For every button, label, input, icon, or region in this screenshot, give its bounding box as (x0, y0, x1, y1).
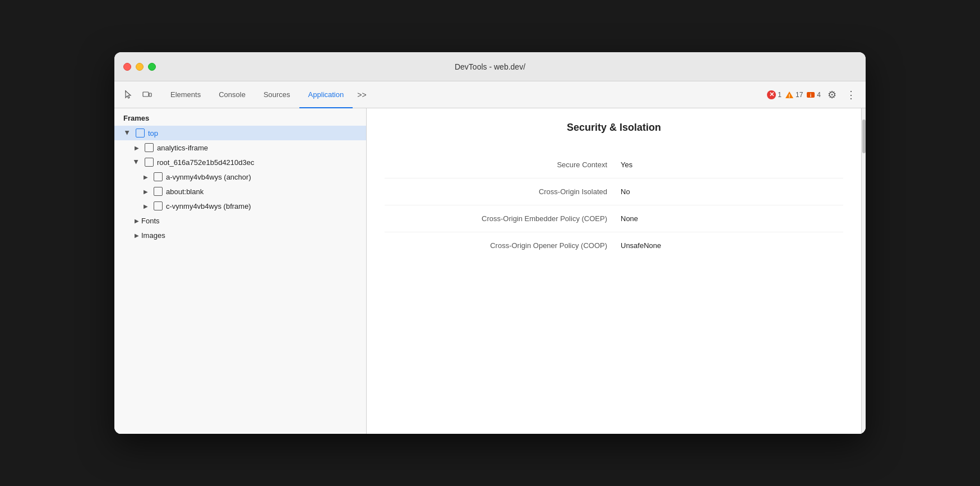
sidebar-item-label: Fonts (141, 217, 362, 225)
svg-rect-0 (125, 90, 126, 91)
minimize-button[interactable] (136, 63, 144, 71)
detail-value-cross-origin-isolated: No (621, 187, 843, 196)
sidebar-item-label: root_616a752e1b5d4210d3ec (157, 158, 362, 167)
arrow-collapsed-icon: ▶ (141, 201, 150, 210)
tab-application[interactable]: Application (299, 81, 353, 108)
close-button[interactable] (123, 63, 131, 71)
sidebar-item-top[interactable]: ▶ top (114, 126, 366, 140)
sidebar-item-images[interactable]: ▶ Images (114, 228, 366, 242)
window-title: DevTools - web.dev/ (455, 62, 525, 71)
error-icon: ✕ (767, 90, 776, 99)
frame-icon (154, 187, 163, 196)
toolbar-right: ✕ 1 ! 17 i 4 ⚙ ⋮ (767, 87, 859, 103)
sidebar-item-label: analytics-iframe (157, 144, 362, 152)
info-badge[interactable]: i 4 (806, 90, 821, 99)
detail-title: Security & Isolation (385, 122, 843, 134)
svg-text:!: ! (788, 93, 790, 99)
detail-scrollbar[interactable] (861, 108, 866, 434)
sidebar: Frames ▶ top ▶ analytics-iframe ▶ root_6… (114, 108, 367, 434)
svg-rect-3 (143, 92, 149, 97)
sidebar-item-about-blank[interactable]: ▶ about:blank (114, 184, 366, 199)
tab-console[interactable]: Console (210, 81, 255, 108)
arrow-expanded-icon: ▶ (123, 129, 132, 137)
detail-row-coop: Cross-Origin Opener Policy (COOP) Unsafe… (385, 232, 843, 259)
title-bar: DevTools - web.dev/ (114, 52, 866, 81)
detail-row-secure-context: Secure Context Yes (385, 152, 843, 178)
sidebar-item-label: c-vynmy4vb4wys (bframe) (166, 202, 362, 210)
frame-icon (154, 201, 163, 210)
settings-button[interactable]: ⚙ (824, 87, 840, 103)
detail-row-cross-origin-isolated: Cross-Origin Isolated No (385, 178, 843, 205)
warning-badge[interactable]: ! 17 (785, 90, 803, 99)
arrow-collapsed-icon: ▶ (132, 216, 141, 225)
scrollbar-thumb (862, 120, 866, 153)
sidebar-item-label: about:blank (166, 187, 362, 196)
sidebar-item-fonts[interactable]: ▶ Fonts (114, 213, 366, 228)
detail-value-secure-context: Yes (621, 161, 843, 169)
sidebar-item-analytics-iframe[interactable]: ▶ analytics-iframe (114, 140, 366, 155)
detail-value-coep: None (621, 214, 843, 223)
sidebar-section-frames: Frames (114, 108, 366, 126)
toolbar-icons (121, 87, 155, 103)
detail-row-coep: Cross-Origin Embedder Policy (COEP) None (385, 205, 843, 232)
detail-label-coop: Cross-Origin Opener Policy (COOP) (385, 241, 621, 250)
svg-rect-1 (125, 92, 126, 93)
detail-value-coop: UnsafeNone (621, 241, 843, 250)
sidebar-item-label: top (148, 129, 362, 137)
tab-overflow-button[interactable]: >> (353, 81, 371, 108)
tab-elements[interactable]: Elements (161, 81, 210, 108)
svg-rect-4 (149, 93, 151, 97)
cursor-icon-button[interactable] (121, 87, 137, 103)
sidebar-item-label: a-vynmy4vb4wys (anchor) (166, 173, 362, 181)
error-badge[interactable]: ✕ 1 (767, 90, 782, 99)
frame-icon (145, 143, 154, 152)
maximize-button[interactable] (148, 63, 156, 71)
devtools-window: DevTools - web.dev/ (114, 52, 866, 434)
arrow-collapsed-icon: ▶ (132, 231, 141, 240)
detail-panel: Security & Isolation Secure Context Yes … (367, 108, 861, 434)
sidebar-item-root-frame[interactable]: ▶ root_616a752e1b5d4210d3ec (114, 155, 366, 169)
frame-icon (145, 158, 154, 167)
detail-label-secure-context: Secure Context (385, 161, 621, 169)
tab-bar: Elements Console Sources Application >> (161, 81, 765, 108)
device-mode-button[interactable] (139, 87, 155, 103)
tab-sources[interactable]: Sources (255, 81, 299, 108)
frame-icon (136, 129, 145, 137)
arrow-collapsed-icon: ▶ (132, 143, 141, 152)
main-content: Frames ▶ top ▶ analytics-iframe ▶ root_6… (114, 108, 866, 434)
more-options-button[interactable]: ⋮ (843, 87, 859, 103)
arrow-collapsed-icon: ▶ (141, 187, 150, 196)
arrow-expanded-icon: ▶ (132, 158, 141, 167)
detail-label-cross-origin-isolated: Cross-Origin Isolated (385, 187, 621, 196)
toolbar: Elements Console Sources Application >> … (114, 81, 866, 108)
detail-label-coep: Cross-Origin Embedder Policy (COEP) (385, 214, 621, 223)
warning-icon: ! (785, 90, 794, 99)
sidebar-item-c-vynmy[interactable]: ▶ c-vynmy4vb4wys (bframe) (114, 199, 366, 213)
info-icon: i (806, 90, 815, 99)
svg-text:i: i (810, 93, 812, 98)
traffic-lights (123, 63, 156, 71)
frame-icon (154, 172, 163, 181)
arrow-collapsed-icon: ▶ (141, 172, 150, 181)
sidebar-item-label: Images (141, 231, 362, 240)
sidebar-item-a-vynmy[interactable]: ▶ a-vynmy4vb4wys (anchor) (114, 169, 366, 184)
